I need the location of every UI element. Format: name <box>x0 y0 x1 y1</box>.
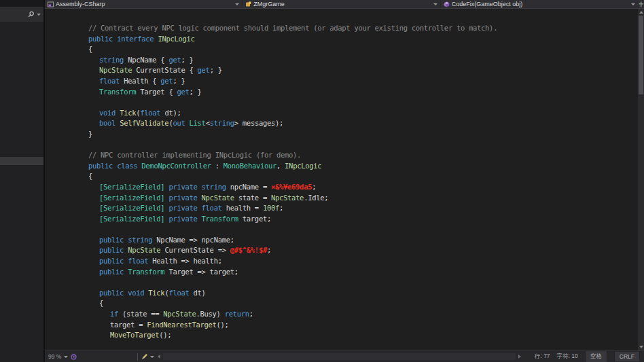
search-icon <box>28 11 35 18</box>
code-token: ; <box>279 204 283 212</box>
project-dropdown-caret-icon[interactable] <box>235 3 239 5</box>
code-token: float <box>99 77 120 85</box>
member-dropdown-label: CodeFix(GameObject obj) <box>452 0 629 9</box>
code-token: string <box>202 183 226 191</box>
code-editor[interactable]: // Contract every NPC logic component sh… <box>45 9 638 350</box>
code-line[interactable]: } <box>45 129 638 140</box>
code-token: Target { <box>136 88 177 96</box>
code-line[interactable] <box>45 97 638 108</box>
member-dropdown[interactable]: CodeFix(GameObject obj) <box>440 0 638 8</box>
code-line[interactable]: public class DemoNpcController : MonoBeh… <box>45 161 638 172</box>
code-token: ; } <box>173 77 185 85</box>
code-token: (); <box>217 321 229 329</box>
code-line[interactable]: public Transform Target => target; <box>45 267 638 278</box>
code-token: interface <box>117 35 154 43</box>
sidebar-selected-row[interactable] <box>0 157 43 165</box>
code-token: get <box>160 77 173 85</box>
code-token: class <box>117 162 137 170</box>
pen-dropdown-caret-icon[interactable] <box>150 356 154 358</box>
zoom-dropdown-caret-icon[interactable] <box>64 356 68 358</box>
code-line[interactable]: string NpcName { get; } <box>45 55 638 66</box>
code-line[interactable]: { <box>45 171 638 182</box>
code-line[interactable]: float Health { get; } <box>45 76 638 87</box>
code-line[interactable]: NpcState CurrentState { get; } <box>45 65 638 76</box>
code-line[interactable]: [SerializeField] private Transform targe… <box>45 214 638 225</box>
code-token: state = <box>234 194 271 202</box>
code-token: string <box>210 119 234 127</box>
code-token: NpcState <box>271 194 304 202</box>
code-line[interactable]: public void Tick(float dt) <box>45 288 638 299</box>
code-token: Target => target; <box>164 268 238 276</box>
code-line[interactable]: void Tick(float dt); <box>45 108 638 119</box>
code-token: private <box>168 194 197 202</box>
code-token: health = <box>222 204 263 212</box>
code-token: NpcState <box>163 310 196 318</box>
code-token: DemoNpcController <box>141 162 211 170</box>
status-spaces-toggle[interactable]: 空格 <box>585 351 607 362</box>
editor-mid-row: // Contract every NPC logic component sh… <box>45 9 644 350</box>
code-token: , <box>276 162 285 170</box>
code-token: [SerializeField] <box>99 215 164 223</box>
code-line[interactable]: [SerializeField] private string npcName … <box>45 182 638 193</box>
code-token: bool <box>99 119 115 127</box>
code-token: .Idle; <box>304 194 328 202</box>
code-token: CurrentState { <box>132 66 197 74</box>
code-line[interactable] <box>45 277 638 288</box>
member-dropdown-caret-icon[interactable] <box>631 3 635 5</box>
class-icon <box>245 1 251 7</box>
split-editor-handle[interactable] <box>638 0 644 8</box>
sync-icon[interactable] <box>71 354 77 360</box>
code-line[interactable]: public string NpcName => npcName; <box>45 235 638 246</box>
code-token: void <box>99 109 115 117</box>
code-line[interactable]: MoveToTarget(); <box>45 330 638 341</box>
scroll-up-icon[interactable] <box>639 11 643 14</box>
class-dropdown-caret-icon[interactable] <box>433 3 437 5</box>
code-line[interactable]: bool SelfValidate(out List<string> messa… <box>45 118 638 129</box>
code-token: get <box>168 56 181 64</box>
code-line[interactable]: public float Health => health; <box>45 256 638 267</box>
code-line[interactable]: { <box>45 44 638 55</box>
project-dropdown[interactable]: Assembly-CSharp <box>45 0 242 8</box>
code-token: // Contract every NPC logic component sh… <box>88 24 497 32</box>
vertical-scrollbar-thumb[interactable] <box>639 16 643 94</box>
status-char-indicator[interactable]: 字符: 10 <box>557 352 578 361</box>
code-token: { <box>88 172 92 180</box>
code-token: private <box>168 204 197 212</box>
code-token: SelfValidate <box>120 119 168 127</box>
status-eol-toggle[interactable]: CRLF <box>614 352 640 361</box>
class-dropdown[interactable]: ZMgrGame <box>242 0 440 8</box>
code-line[interactable]: Transform Target { get; } <box>45 87 638 98</box>
code-line[interactable] <box>45 224 638 235</box>
code-token: // NPC controller implementing INpcLogic… <box>88 151 301 159</box>
sidebar-search-button[interactable] <box>0 7 43 22</box>
code-line[interactable]: // Contract every NPC logic component sh… <box>45 23 638 34</box>
code-line[interactable] <box>45 140 638 151</box>
horizontal-scrollbar-track[interactable] <box>163 353 516 360</box>
code-line[interactable]: target = FindNearestTarget(); <box>45 320 638 331</box>
vertical-scrollbar[interactable] <box>638 9 644 350</box>
code-line[interactable]: [SerializeField] private float health = … <box>45 203 638 214</box>
class-dropdown-label: ZMgrGame <box>253 0 431 9</box>
vs-window: Assembly-CSharp ZMgrGame CodeFix(GameObj… <box>0 0 644 362</box>
status-line-indicator[interactable]: 行: 77 <box>535 352 550 361</box>
zoom-control[interactable]: 99 % <box>45 353 80 360</box>
code-token: dt); <box>160 109 181 117</box>
code-token: { <box>88 45 92 53</box>
code-lines: // Contract every NPC logic component sh… <box>45 23 638 341</box>
search-dropdown-caret-icon[interactable] <box>37 14 41 16</box>
code-line[interactable]: { <box>45 298 638 309</box>
code-line[interactable]: if (state == NpcState.Busy) return; <box>45 309 638 320</box>
code-token: Tick <box>148 289 164 297</box>
code-line[interactable]: [SerializeField] private NpcState state … <box>45 193 638 204</box>
code-token: [SerializeField] <box>99 204 164 212</box>
code-token: ; <box>267 246 271 254</box>
code-line[interactable]: // NPC controller implementing INpcLogic… <box>45 150 638 161</box>
status-items: 行: 77 字符: 10 空格 CRLF <box>521 351 644 362</box>
code-token: Transform <box>128 268 164 276</box>
code-line[interactable]: public NpcState CurrentState => @#$^&%!$… <box>45 245 638 256</box>
code-token: ; <box>249 310 253 318</box>
code-line[interactable]: public interface INpcLogic <box>45 34 638 45</box>
markup-pen-control[interactable] <box>138 353 158 360</box>
scroll-down-icon[interactable] <box>639 346 643 348</box>
scroll-left-icon[interactable] <box>158 355 160 359</box>
